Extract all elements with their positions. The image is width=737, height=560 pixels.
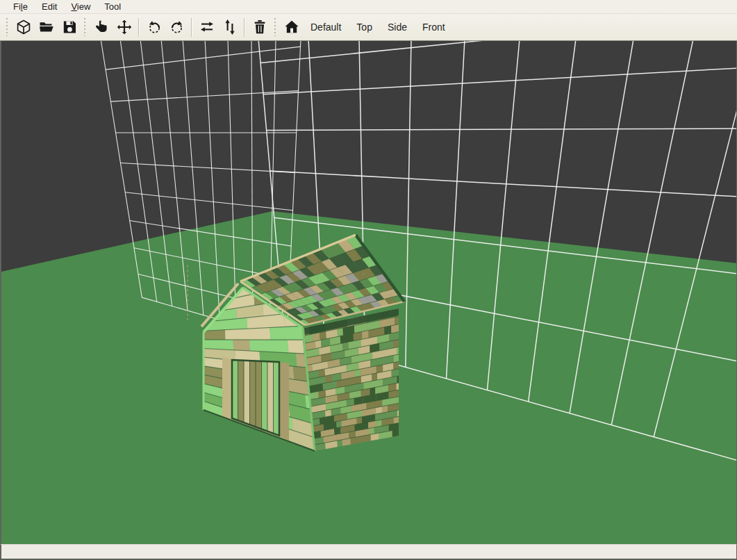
rotate-cw-button[interactable] (165, 16, 188, 38)
viewport-3d[interactable] (0, 41, 737, 544)
toolbar: Default Top Side Front (0, 14, 737, 41)
floppy-disk-icon (61, 19, 78, 35)
scene-canvas[interactable] (1, 41, 736, 544)
menu-edit[interactable]: Edit (35, 1, 64, 13)
trash-icon (251, 19, 268, 35)
view-front-button[interactable]: Front (415, 17, 453, 37)
house-side-wall (304, 308, 399, 451)
delete-button[interactable] (248, 16, 271, 38)
toolbar-gripper[interactable] (273, 18, 278, 36)
move-button[interactable] (113, 16, 135, 38)
statusbar (0, 544, 737, 559)
menu-tool[interactable]: Tool (97, 1, 128, 13)
flip-vertical-button[interactable] (218, 16, 241, 38)
toolbar-separator (244, 18, 245, 37)
view-default-button[interactable]: Default (303, 17, 349, 37)
open-button[interactable] (35, 16, 58, 38)
menubar: File Edit View Tool (0, 0, 737, 14)
home-icon (283, 19, 300, 35)
home-view-button[interactable] (280, 16, 303, 38)
view-side-button[interactable]: Side (380, 17, 415, 37)
cube-icon (15, 19, 32, 35)
app-window: File Edit View Tool (0, 0, 737, 560)
pointing-hand-icon (93, 19, 110, 35)
rotate-cw-icon (169, 19, 185, 35)
rotate-ccw-icon (146, 19, 163, 35)
menu-view[interactable]: View (64, 1, 97, 13)
toolbar-separator (138, 18, 140, 37)
toolbar-gripper[interactable] (83, 18, 88, 36)
flip-horizontal-icon (199, 19, 215, 35)
toolbar-separator (191, 18, 192, 37)
select-button[interactable] (90, 16, 113, 38)
move-arrows-icon (116, 19, 133, 35)
new-model-button[interactable] (12, 16, 35, 38)
menu-file[interactable]: File (6, 1, 35, 13)
flip-horizontal-button[interactable] (195, 16, 218, 38)
rotate-ccw-button[interactable] (142, 16, 165, 38)
save-button[interactable] (58, 16, 81, 38)
open-folder-icon (38, 19, 55, 35)
flip-vertical-icon (222, 19, 238, 35)
toolbar-gripper[interactable] (5, 18, 10, 36)
view-top-button[interactable]: Top (349, 17, 380, 37)
